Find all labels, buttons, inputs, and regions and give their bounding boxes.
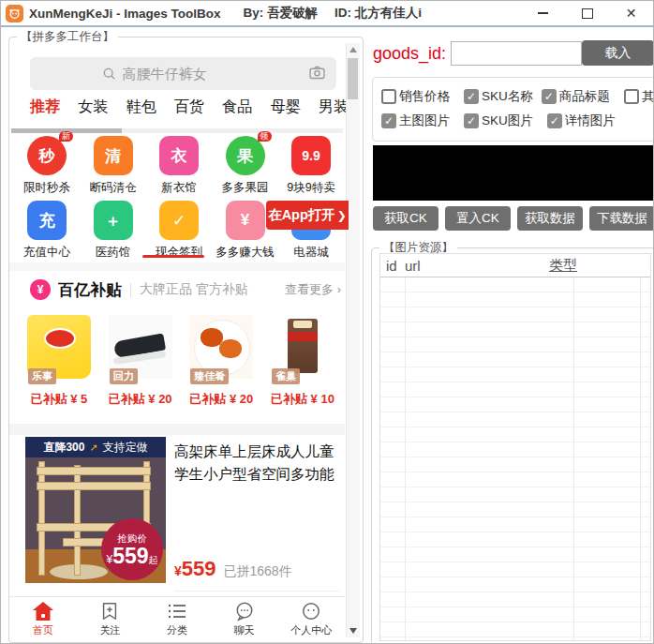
checkbox-icon[interactable] xyxy=(464,89,479,104)
download-data-button[interactable]: 下载数据 xyxy=(589,206,654,231)
table-row[interactable] xyxy=(380,487,650,502)
table-row[interactable] xyxy=(380,472,650,487)
checkbox-product-title[interactable]: 商品标题 xyxy=(542,88,610,105)
checkbox-icon[interactable] xyxy=(381,113,396,128)
table-row[interactable] xyxy=(380,517,650,532)
table-row[interactable] xyxy=(380,307,650,322)
column-header-id[interactable]: id xyxy=(380,258,405,274)
table-row[interactable] xyxy=(380,532,650,547)
window-idline: ID: 北方有佳人i xyxy=(334,5,422,22)
checkbox-main-images[interactable]: 主图图片 xyxy=(381,112,450,129)
grid-item-checkin[interactable]: ✓ 现金签到 xyxy=(149,201,209,261)
grid-item-new-clothes[interactable]: 衣 新衣馆 xyxy=(149,136,209,196)
table-row[interactable] xyxy=(380,457,650,472)
grid-item-orchard[interactable]: 果领 多多果园 xyxy=(216,136,275,196)
see-more-link[interactable]: 查看更多 › xyxy=(285,281,341,298)
table-row[interactable] xyxy=(380,622,650,637)
resources-table[interactable]: id url 类型 xyxy=(379,253,651,641)
table-row[interactable] xyxy=(380,337,650,352)
tab-mother-baby[interactable]: 母婴 xyxy=(271,97,301,117)
subsidy-amount: 已补贴 ¥ 5 xyxy=(22,391,96,408)
table-row[interactable] xyxy=(380,592,650,607)
table-row[interactable] xyxy=(380,412,650,427)
table-row[interactable] xyxy=(380,442,650,457)
maximize-button[interactable] xyxy=(565,1,609,25)
column-header-type[interactable]: 类型 xyxy=(549,257,616,275)
tab-shoes-bags[interactable]: 鞋包 xyxy=(126,97,156,117)
tab-general[interactable]: 百货 xyxy=(174,97,204,117)
profile-icon xyxy=(300,601,322,622)
subsidy-amount: 已补贴 ¥ 20 xyxy=(185,391,258,408)
arrow-icon: ➚ xyxy=(89,442,97,454)
checkbox-icon[interactable] xyxy=(542,89,557,104)
nav-follow[interactable]: 关注 xyxy=(82,601,138,637)
scroll-down-arrow-icon[interactable] xyxy=(349,628,357,634)
table-row[interactable] xyxy=(380,277,650,292)
table-row[interactable] xyxy=(380,502,650,517)
product-card-nescafe[interactable]: 雀巢 已补贴 ¥ 10 xyxy=(266,315,339,408)
checkbox-sale-price[interactable]: 销售价格 xyxy=(381,88,450,105)
checkbox-icon[interactable] xyxy=(547,113,562,128)
checkbox-other-info[interactable]: 其它信息 xyxy=(624,88,654,105)
table-row[interactable] xyxy=(380,577,650,592)
nav-categories[interactable]: 分类 xyxy=(149,601,205,637)
close-button[interactable]: ✕ xyxy=(609,1,653,25)
table-row[interactable] xyxy=(380,352,650,367)
subsidy-subtitle: 大牌正品 官方补贴 xyxy=(140,281,248,298)
tab-mens[interactable]: 男装 xyxy=(319,97,349,117)
get-ck-button[interactable]: 获取CK xyxy=(373,206,438,231)
nav-profile[interactable]: 个人中心 xyxy=(283,601,339,637)
product-card-warrior[interactable]: 回力 已补贴 ¥ 20 xyxy=(104,315,177,408)
table-row[interactable] xyxy=(380,607,650,622)
grid-item-recharge[interactable]: 充 充值中心 xyxy=(17,201,77,261)
table-row[interactable] xyxy=(380,382,650,397)
checkbox-sku-name[interactable]: SKU名称 xyxy=(464,88,533,105)
search-bar[interactable] xyxy=(30,57,336,90)
grid-item-flash-sale[interactable]: 秒新 限时秒杀 xyxy=(17,136,77,196)
checkbox-detail-images[interactable]: 详情图片 xyxy=(547,112,616,129)
table-row[interactable] xyxy=(380,292,650,307)
section-divider xyxy=(9,424,345,435)
open-in-app-button[interactable]: 在App打开❯ xyxy=(266,201,349,230)
vertical-scrollbar-thumb[interactable] xyxy=(348,58,358,99)
nav-chat[interactable]: 聊天 xyxy=(216,601,273,637)
table-row[interactable] xyxy=(380,562,650,577)
product-card-crab[interactable]: 臻佳肴 已补贴 ¥ 20 xyxy=(185,315,258,408)
camera-icon[interactable] xyxy=(309,66,325,80)
checkbox-icon[interactable] xyxy=(381,89,396,104)
tab-womens[interactable]: 女装 xyxy=(78,97,108,117)
window-title: XunMengKeJi - Images ToolBox xyxy=(29,7,221,21)
checkbox-icon[interactable] xyxy=(464,113,479,128)
goods-id-input[interactable] xyxy=(451,41,582,66)
table-row[interactable] xyxy=(380,637,650,641)
column-header-url[interactable]: url xyxy=(405,258,549,274)
table-row[interactable] xyxy=(380,397,650,412)
product-card-lays[interactable]: 乐事 已补贴 ¥ 5 xyxy=(22,315,96,408)
checkbox-sku-images[interactable]: SKU图片 xyxy=(464,112,533,129)
nav-home[interactable]: 首页 xyxy=(15,601,71,637)
dress-icon: 衣 xyxy=(159,136,199,175)
set-ck-button[interactable]: 置入CK xyxy=(445,206,511,231)
vertical-scrollbar[interactable] xyxy=(346,43,360,637)
tab-recommend[interactable]: 推荐 xyxy=(30,97,60,117)
scroll-up-arrow-icon[interactable] xyxy=(349,47,357,52)
product-image: 乐事 xyxy=(27,315,91,379)
tab-food[interactable]: 食品 xyxy=(222,97,252,117)
close-icon: ✕ xyxy=(626,7,637,20)
resources-table-header: id url 类型 xyxy=(380,254,650,277)
grid-item-clearance[interactable]: 清 断码清仓 xyxy=(83,136,143,196)
pdd-workspace-title: 【拼多多工作台】 xyxy=(17,29,118,45)
checkbox-icon[interactable] xyxy=(624,89,639,104)
table-row[interactable] xyxy=(380,322,650,337)
load-button[interactable]: 载入 xyxy=(582,40,654,66)
get-data-button[interactable]: 获取数据 xyxy=(517,206,583,231)
table-row[interactable] xyxy=(380,547,650,562)
grid-item-pharmacy[interactable]: ＋ 医药馆 xyxy=(83,201,143,261)
table-row[interactable] xyxy=(380,427,650,442)
divider xyxy=(174,591,339,592)
search-input[interactable] xyxy=(121,65,265,82)
product-listing[interactable]: 直降300 ➚ 支持定做 抢购价 ¥559起 高架床单上层床成人儿童学生小户型省… xyxy=(9,435,345,594)
table-row[interactable] xyxy=(380,367,650,382)
minimize-button[interactable] xyxy=(521,1,565,25)
grid-item-99-sale[interactable]: 9.9 9块9特卖 xyxy=(281,136,341,196)
